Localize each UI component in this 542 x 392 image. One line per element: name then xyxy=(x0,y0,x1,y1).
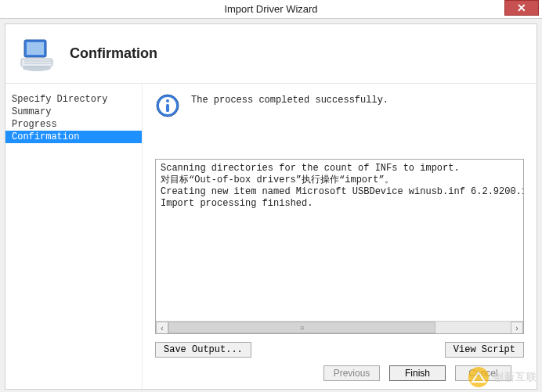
status-row: The process completed successfully. xyxy=(155,93,524,118)
horizontal-scrollbar[interactable]: ‹ ≡ › xyxy=(156,321,523,333)
sidebar-item-confirmation[interactable]: Confirmation xyxy=(5,131,142,143)
watermark: 创新互联 xyxy=(468,367,537,387)
save-output-button[interactable]: Save Output... xyxy=(155,342,251,358)
close-button[interactable]: ✕ xyxy=(504,0,539,16)
log-area: ‹ ≡ › xyxy=(155,159,524,334)
scroll-track[interactable]: ≡ xyxy=(168,322,511,333)
info-icon xyxy=(155,93,180,118)
log-actions-row: Save Output... View Script xyxy=(155,342,524,358)
window-title: Import Driver Wizard xyxy=(224,3,317,15)
scroll-left-button[interactable]: ‹ xyxy=(156,322,168,334)
content-pane: The process completed successfully. ‹ ≡ … xyxy=(143,84,537,389)
computer-icon xyxy=(18,35,56,73)
sidebar-item-progress[interactable]: Progress xyxy=(5,118,142,131)
main-area: Specify Directory Summary Progress Confi… xyxy=(5,84,537,389)
close-icon: ✕ xyxy=(517,2,526,14)
scroll-thumb[interactable]: ≡ xyxy=(168,322,435,333)
previous-button: Previous xyxy=(323,365,380,381)
wizard-header: Confirmation xyxy=(5,24,537,84)
sidebar-item-summary[interactable]: Summary xyxy=(5,106,142,118)
log-output[interactable] xyxy=(156,160,523,321)
page-title: Confirmation xyxy=(70,45,157,62)
svg-rect-1 xyxy=(27,42,44,55)
watermark-logo-icon xyxy=(468,367,489,387)
scroll-right-button[interactable]: › xyxy=(511,322,523,334)
finish-button[interactable]: Finish xyxy=(389,365,446,381)
status-message: The process completed successfully. xyxy=(191,93,388,106)
svg-rect-9 xyxy=(166,104,169,112)
wizard-sidebar: Specify Directory Summary Progress Confi… xyxy=(5,84,143,389)
wizard-container: Confirmation Specify Directory Summary P… xyxy=(5,23,537,390)
svg-point-8 xyxy=(166,99,169,102)
scroll-grip-icon: ≡ xyxy=(300,324,303,332)
sidebar-item-specify-directory[interactable]: Specify Directory xyxy=(5,93,142,106)
watermark-text: 创新互联 xyxy=(493,370,537,384)
titlebar: Import Driver Wizard ✕ xyxy=(0,0,542,19)
view-script-button[interactable]: View Script xyxy=(445,342,524,358)
svg-rect-3 xyxy=(21,59,52,67)
